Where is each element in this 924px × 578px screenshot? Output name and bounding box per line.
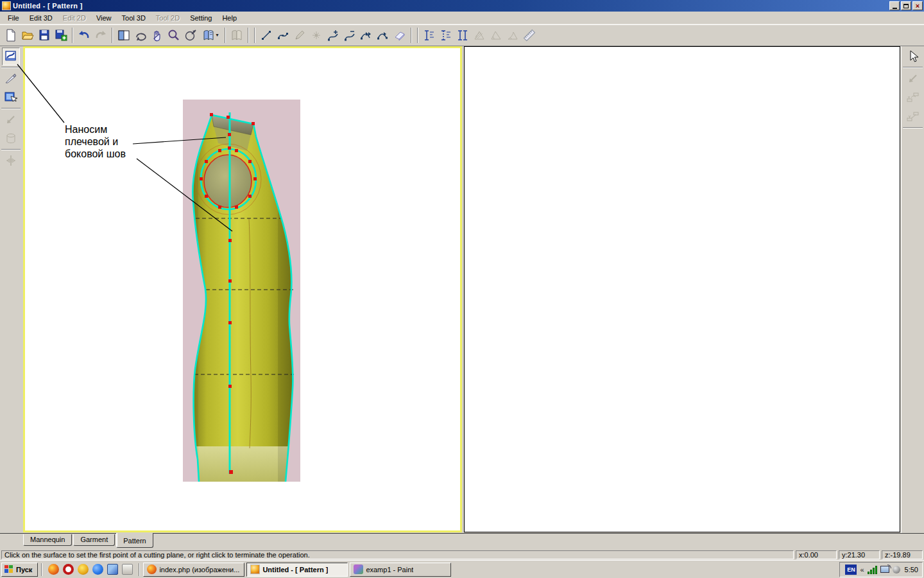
signal-strength-icon[interactable] [868,565,877,574]
menu-bar: File Edit 3D Edit 2D View Tool 3D Tool 2… [0,12,924,24]
toolbar: ▾ [0,24,924,46]
menu-tool-2d: Tool 2D [151,13,185,23]
pencil-tool-icon [291,27,308,44]
media-player-icon[interactable] [78,564,89,575]
outlook-icon[interactable] [107,564,118,575]
flip-x-tool-icon [904,89,922,107]
annotation-label: Наносим плечевой и боковой шов [65,123,126,160]
measure-surface-icon [471,27,488,44]
close-button[interactable]: × [912,1,923,10]
menu-help[interactable]: Help [217,13,242,23]
dropdown-arrow-icon[interactable]: ▾ [216,32,218,38]
window-title: Untitled - [ Pattern ] [13,2,889,10]
taskbar: Пуск index.php (изображени... Untitled -… [0,560,924,578]
task-paint-window[interactable]: examp1 - Paint [350,563,451,577]
status-message: Click on the surface to set the first po… [1,550,794,559]
zoom-icon[interactable] [166,27,182,44]
coord-y: y:21.30 [839,550,880,559]
mannequin-canvas[interactable] [183,100,300,482]
start-label: Пуск [16,566,32,574]
measure-segment-icon[interactable] [438,27,454,44]
new-file-icon[interactable] [3,27,19,44]
select-surface-tool-icon[interactable] [2,89,20,107]
restore-button[interactable] [901,1,911,10]
merge-curve-icon[interactable] [358,27,375,44]
undo-icon[interactable] [76,27,92,44]
curve-tool-icon[interactable] [275,27,291,44]
volume-icon[interactable] [893,566,900,574]
point-tool-icon [308,27,325,44]
task-browser-window[interactable]: index.php (изображени... [143,563,244,577]
coord-z: z:-19.89 [882,550,923,559]
measure-both-icon[interactable] [454,27,471,44]
line-tool-icon[interactable] [258,27,275,44]
status-bar: Click on the surface to set the first po… [0,550,924,560]
title-bar: Untitled - [ Pattern ] × [0,0,924,12]
menu-setting[interactable]: Setting [185,13,217,23]
flip-y-tool-icon [904,108,922,126]
save-icon[interactable] [36,27,53,44]
menu-edit-2d: Edit 2D [58,13,91,23]
move-pattern-tool-icon [904,69,922,87]
tab-pattern[interactable]: Pattern [116,533,153,548]
quick-launch [46,564,135,575]
armhole-red-contour [204,155,252,207]
add-point-icon[interactable] [325,27,341,44]
move-point-tool-icon [2,110,20,128]
restore-icon [903,4,909,8]
tab-strip: Mannequin Garment Pattern [0,533,924,550]
menu-file[interactable]: File [3,13,24,23]
annotation-line-1: Наносим [65,123,126,136]
firefox-icon[interactable] [48,564,59,575]
mannequin-3d-model [183,100,300,482]
eraser-icon[interactable] [391,27,408,44]
divide-curve-icon[interactable] [375,27,391,44]
app-icon [2,1,11,10]
firefox-task-icon [147,565,157,574]
annotation-line-2: плечевой и [65,136,126,148]
open-file-icon[interactable] [19,27,36,44]
network-icon[interactable] [880,566,889,573]
tab-garment[interactable]: Garment [73,534,115,546]
tray-chevron-icon[interactable]: « [860,566,864,574]
pan-hand-icon[interactable] [149,27,166,44]
internet-explorer-icon[interactable] [92,564,103,575]
pattern-app-task-icon [250,565,260,574]
workspace: Наносим плечевой и боковой шов [0,46,924,533]
viewport-2d[interactable] [464,46,900,532]
measure-curve-angle-icon [504,27,521,44]
rotate-view-icon[interactable] [132,27,149,44]
right-tool-strip [901,46,924,533]
knife-tool-icon[interactable] [2,69,20,87]
minimize-button[interactable] [889,1,900,10]
menu-view[interactable]: View [91,13,117,23]
select-cursor-tool-icon[interactable] [904,48,922,66]
tab-mannequin[interactable]: Mannequin [23,534,72,546]
windows-logo-icon [4,565,13,574]
annotation-line-3: боковой шов [65,148,126,160]
language-indicator[interactable]: EN [845,565,857,575]
menu-edit-3d[interactable]: Edit 3D [24,13,58,23]
remove-point-icon[interactable] [341,27,358,44]
cylinder-tool-icon [2,130,20,148]
measure-vertical-icon[interactable] [421,27,438,44]
show-desktop-icon[interactable] [122,564,133,575]
opera-icon[interactable] [63,564,74,575]
menu-tool-3d[interactable]: Tool 3D [117,13,151,23]
render-mode-icon[interactable]: ▾ [199,27,222,44]
viewport-3d[interactable] [23,46,462,532]
rotate-3d-icon[interactable] [182,27,199,44]
cutting-plane-tool-icon[interactable] [2,48,20,66]
split-view-icon[interactable] [116,27,132,44]
ruler-icon[interactable] [521,27,538,44]
start-button[interactable]: Пуск [1,563,38,577]
coord-x: x:0.00 [796,550,837,559]
measure-angle-icon [488,27,504,44]
import-icon[interactable] [53,27,69,44]
left-tool-strip [0,46,22,533]
view-book-icon [228,27,245,44]
minimize-icon [893,8,897,9]
redo-icon [92,27,109,44]
task-pattern-window[interactable]: Untitled - [ Pattern ] [246,563,348,577]
paint-task-icon [354,565,363,574]
